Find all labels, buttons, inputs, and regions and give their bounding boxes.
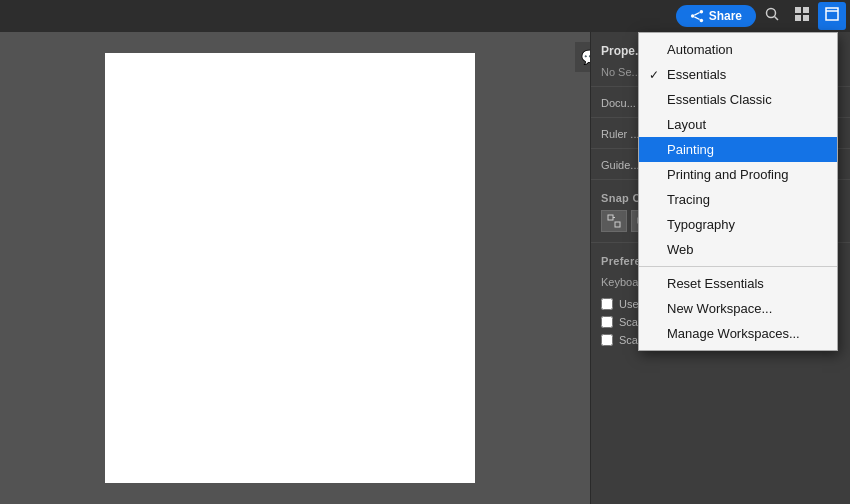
svg-rect-10 xyxy=(803,15,809,21)
svg-rect-13 xyxy=(608,215,613,220)
svg-rect-8 xyxy=(803,7,809,13)
menu-item-tracing-label: Tracing xyxy=(667,192,710,207)
menu-item-manage-workspaces-label: Manage Workspaces... xyxy=(667,326,800,341)
menu-divider-1 xyxy=(639,266,837,267)
menu-item-new-workspace-label: New Workspace... xyxy=(667,301,772,316)
window-icon xyxy=(824,6,840,26)
menu-item-reset[interactable]: Reset Essentials xyxy=(639,271,837,296)
window-button[interactable] xyxy=(818,2,846,30)
svg-point-1 xyxy=(691,14,695,18)
scale-corners-checkbox[interactable] xyxy=(601,316,613,328)
search-button[interactable] xyxy=(758,2,786,30)
menu-item-essentials-label: Essentials xyxy=(667,67,726,82)
menu-item-typography-label: Typography xyxy=(667,217,735,232)
top-bar: Share xyxy=(0,0,850,32)
search-icon xyxy=(764,6,780,26)
menu-item-painting-label: Painting xyxy=(667,142,714,157)
svg-line-4 xyxy=(694,17,699,20)
snap-icon-1[interactable] xyxy=(601,210,627,232)
menu-item-automation[interactable]: Automation xyxy=(639,37,837,62)
artboard xyxy=(105,53,475,483)
menu-item-essentials-classic[interactable]: Essentials Classic xyxy=(639,87,837,112)
share-button[interactable]: Share xyxy=(676,5,756,27)
workspace-dropdown: Automation Essentials Essentials Classic… xyxy=(638,32,838,351)
menu-item-essentials[interactable]: Essentials xyxy=(639,62,837,87)
svg-rect-11 xyxy=(826,8,838,20)
svg-point-2 xyxy=(699,19,703,23)
svg-point-0 xyxy=(699,10,703,14)
menu-item-printing-label: Printing and Proofing xyxy=(667,167,788,182)
menu-item-printing[interactable]: Printing and Proofing xyxy=(639,162,837,187)
menu-item-reset-label: Reset Essentials xyxy=(667,276,764,291)
svg-rect-7 xyxy=(795,7,801,13)
menu-item-automation-label: Automation xyxy=(667,42,733,57)
scale-strokes-checkbox[interactable] xyxy=(601,334,613,346)
canvas-area xyxy=(0,32,560,504)
svg-line-6 xyxy=(775,17,779,21)
use-preview-bounds-checkbox[interactable] xyxy=(601,298,613,310)
menu-item-manage-workspaces[interactable]: Manage Workspaces... xyxy=(639,321,837,346)
menu-item-web-label: Web xyxy=(667,242,694,257)
svg-line-3 xyxy=(694,13,699,16)
menu-item-typography[interactable]: Typography xyxy=(639,212,837,237)
menu-item-web[interactable]: Web xyxy=(639,237,837,262)
menu-item-new-workspace[interactable]: New Workspace... xyxy=(639,296,837,321)
svg-rect-14 xyxy=(615,222,620,227)
arrange-button[interactable] xyxy=(788,2,816,30)
svg-rect-9 xyxy=(795,15,801,21)
menu-item-painting[interactable]: Painting xyxy=(639,137,837,162)
menu-item-tracing[interactable]: Tracing xyxy=(639,187,837,212)
menu-item-essentials-classic-label: Essentials Classic xyxy=(667,92,772,107)
svg-point-5 xyxy=(767,9,776,18)
menu-item-layout-label: Layout xyxy=(667,117,706,132)
grid-icon xyxy=(794,6,810,26)
menu-item-layout[interactable]: Layout xyxy=(639,112,837,137)
share-label: Share xyxy=(709,9,742,23)
share-icon xyxy=(690,9,704,23)
